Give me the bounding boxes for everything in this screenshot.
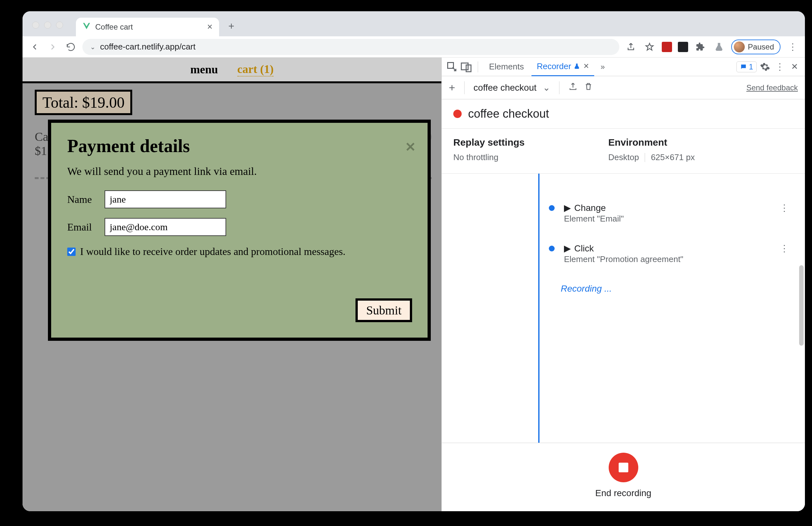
svg-rect-1 xyxy=(461,63,468,70)
tab-elements[interactable]: Elements xyxy=(484,58,529,76)
extensions-icon[interactable] xyxy=(694,41,707,54)
payment-modal: ✕ Payment details We will send you a pay… xyxy=(48,120,431,341)
address-row: ⌄ coffee-cart.netlify.app/cart Paused ⋮ xyxy=(23,36,805,58)
end-recording-label: End recording xyxy=(595,488,651,498)
new-recording-icon[interactable]: + xyxy=(449,81,455,94)
app-nav: menu cart (1) xyxy=(23,58,441,81)
devtools-menu-icon[interactable]: ⋮ xyxy=(773,61,786,72)
email-input[interactable] xyxy=(104,218,226,236)
recording-title-row: coffee checkout xyxy=(442,99,805,129)
recorder-settings: Replay settings No throttling Environmen… xyxy=(442,129,805,174)
step-target: Element "Email" xyxy=(564,214,780,224)
device-toolbar-icon[interactable] xyxy=(460,61,472,73)
modal-title: Payment details xyxy=(67,136,411,156)
labs-flask-icon[interactable] xyxy=(713,41,725,54)
delete-icon[interactable] xyxy=(584,82,593,93)
forward-icon[interactable] xyxy=(46,41,59,54)
environment-value[interactable]: Desktop 625×671 px xyxy=(608,152,695,162)
step-menu-icon[interactable]: ⋮ xyxy=(780,202,792,213)
step-menu-icon[interactable]: ⋮ xyxy=(780,243,792,254)
step-item[interactable]: ▶Change Element "Email" ⋮ xyxy=(545,202,792,224)
address-bar[interactable]: ⌄ coffee-cart.netlify.app/cart xyxy=(82,39,619,55)
nav-menu[interactable]: menu xyxy=(190,63,218,76)
close-icon[interactable]: ✕ xyxy=(405,139,416,155)
issues-badge[interactable]: 1 xyxy=(736,61,757,72)
step-dot-icon xyxy=(549,246,555,252)
new-tab-button[interactable]: + xyxy=(225,20,238,33)
avatar-icon xyxy=(734,42,745,52)
stop-icon xyxy=(619,463,628,472)
modal-subtitle: We will send you a payment link via emai… xyxy=(67,165,411,178)
settings-gear-icon[interactable] xyxy=(759,61,771,73)
recording-dot-icon xyxy=(453,110,462,118)
replay-settings-value[interactable]: No throttling xyxy=(453,152,525,162)
step-dot-icon xyxy=(549,205,555,211)
bookmark-star-icon[interactable] xyxy=(643,41,656,54)
end-recording-area: End recording xyxy=(442,443,805,511)
window-controls[interactable] xyxy=(32,21,63,29)
replay-settings-label: Replay settings xyxy=(453,137,525,148)
environment-label: Environment xyxy=(608,137,695,148)
extension-red-icon[interactable] xyxy=(662,42,672,52)
send-feedback-link[interactable]: Send feedback xyxy=(746,83,798,92)
step-item[interactable]: ▶Click Element "Promotion agreement" ⋮ xyxy=(545,243,792,264)
recorder-toolbar: + coffee checkout ⌄ Send feedback xyxy=(442,76,805,99)
content-row: menu cart (1) Total: $19.00 Ca $1 00 x ✕… xyxy=(23,58,805,511)
export-icon[interactable] xyxy=(568,82,578,93)
browser-menu-icon[interactable]: ⋮ xyxy=(786,42,799,52)
devtools-panel: Elements Recorder ✕ » 1 ⋮ ✕ + xyxy=(441,58,805,511)
total-badge[interactable]: Total: $19.00 xyxy=(35,90,132,115)
devtools-tabs: Elements Recorder ✕ » 1 ⋮ ✕ xyxy=(442,58,805,76)
end-recording-button[interactable] xyxy=(609,453,638,482)
more-tabs-icon[interactable]: » xyxy=(597,61,608,73)
url-text: coffee-cart.netlify.app/cart xyxy=(100,42,195,52)
timeline-line xyxy=(538,174,539,443)
browser-tab[interactable]: Coffee cart ✕ xyxy=(76,18,219,36)
scrollbar[interactable] xyxy=(799,265,803,346)
flask-icon xyxy=(574,63,580,70)
promo-checkbox[interactable] xyxy=(67,247,76,256)
tab-bar: Coffee cart ✕ + xyxy=(23,11,805,36)
chevron-right-icon[interactable]: ▶ xyxy=(564,202,571,213)
tab-title: Coffee cart xyxy=(95,22,133,31)
devtools-close-icon[interactable]: ✕ xyxy=(789,61,800,73)
recording-status: Recording ... xyxy=(561,284,792,294)
app-pane: menu cart (1) Total: $19.00 Ca $1 00 x ✕… xyxy=(23,58,441,511)
name-label: Name xyxy=(67,194,96,206)
profile-status: Paused xyxy=(748,42,774,51)
vue-favicon-icon xyxy=(82,22,91,32)
back-icon[interactable] xyxy=(28,41,41,54)
toolbar-right: Paused ⋮ xyxy=(624,40,799,54)
recording-title: coffee checkout xyxy=(468,107,549,121)
nav-cart[interactable]: cart (1) xyxy=(237,62,274,76)
close-recorder-icon[interactable]: ✕ xyxy=(583,62,589,71)
name-input[interactable] xyxy=(104,190,226,208)
browser-window: Coffee cart ✕ + ⌄ coffee-cart.netlify.ap… xyxy=(23,11,805,511)
extension-dark-icon[interactable] xyxy=(678,42,688,52)
recording-dropdown-icon[interactable]: ⌄ xyxy=(543,82,550,93)
profile-paused-badge[interactable]: Paused xyxy=(731,40,781,54)
chat-icon xyxy=(740,63,747,71)
site-info-icon[interactable]: ⌄ xyxy=(90,43,96,51)
cart-item-price: $1 xyxy=(35,144,48,158)
email-label: Email xyxy=(67,221,96,233)
tab-recorder[interactable]: Recorder ✕ xyxy=(532,58,594,76)
reload-icon[interactable] xyxy=(64,41,77,54)
promo-label: I would like to receive order updates an… xyxy=(80,246,346,257)
share-icon[interactable] xyxy=(624,41,637,54)
cart-item-name: Ca xyxy=(35,130,48,144)
submit-button[interactable]: Submit xyxy=(356,298,412,322)
step-target: Element "Promotion agreement" xyxy=(564,254,780,264)
recording-name[interactable]: coffee checkout xyxy=(474,82,537,93)
steps-area: ▶Change Element "Email" ⋮ ▶Click Element… xyxy=(442,174,805,443)
close-tab-icon[interactable]: ✕ xyxy=(207,23,213,31)
inspect-icon[interactable] xyxy=(446,61,458,73)
chevron-right-icon[interactable]: ▶ xyxy=(564,243,571,254)
